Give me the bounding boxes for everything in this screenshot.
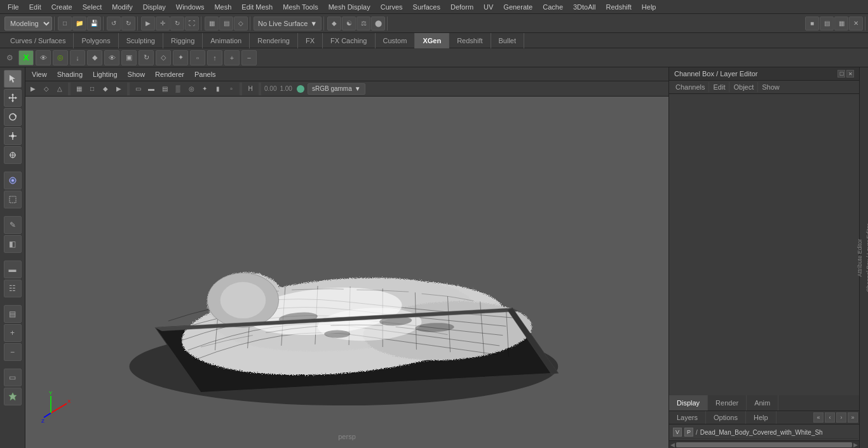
- select-tool-btn[interactable]: ▶: [141, 17, 155, 31]
- tab-sculpting[interactable]: Sculpting: [119, 33, 163, 48]
- new-scene-btn[interactable]: □: [58, 17, 72, 31]
- save-scene-btn[interactable]: 💾: [87, 17, 101, 31]
- menu-redshift[interactable]: Redshift: [600, 2, 636, 12]
- scroll-right-btn[interactable]: ▶: [853, 442, 858, 448]
- vp-wireframe-btn[interactable]: □: [86, 83, 98, 95]
- panel-close-btn[interactable]: ✕: [846, 70, 854, 78]
- vp-camera2-btn[interactable]: △: [53, 83, 66, 95]
- edit-menu[interactable]: Edit: [709, 82, 729, 92]
- tab-custom[interactable]: Custom: [376, 33, 416, 48]
- color-space-dropdown[interactable]: sRGB gamma ▼: [308, 83, 365, 95]
- vp-aa-btn[interactable]: ✦: [198, 83, 211, 95]
- menu-cache[interactable]: Cache: [538, 2, 568, 12]
- menu-file[interactable]: File: [3, 2, 24, 12]
- snap-grid-btn[interactable]: ▦: [205, 17, 219, 31]
- vp-shadow-btn[interactable]: ▒: [172, 83, 184, 95]
- vp-film-btn[interactable]: ◇: [40, 83, 53, 95]
- rotate-tool-left[interactable]: [4, 108, 22, 126]
- layout-close-btn[interactable]: ✕: [849, 17, 863, 31]
- paint-tool-left[interactable]: ✎: [4, 216, 22, 234]
- menu-select[interactable]: Select: [78, 2, 107, 12]
- menu-curves[interactable]: Curves: [376, 2, 408, 12]
- options-tab[interactable]: Options: [706, 411, 746, 424]
- menu-surfaces[interactable]: Surfaces: [408, 2, 445, 12]
- tab-fx-caching[interactable]: FX Caching: [323, 33, 375, 48]
- layer-name[interactable]: Dead_Man_Body_Covered_with_White_Sh: [700, 429, 823, 436]
- open-scene-btn[interactable]: 📁: [72, 17, 86, 31]
- vp-camera-btn[interactable]: ▶: [27, 83, 39, 95]
- viewport-menu-panels[interactable]: Panels: [191, 69, 220, 79]
- undo-btn[interactable]: ↺: [107, 17, 121, 31]
- object-menu[interactable]: Object: [729, 82, 758, 92]
- xgen-minus-btn[interactable]: −: [241, 50, 257, 65]
- scroll-track[interactable]: [676, 442, 852, 447]
- tab-curves-surfaces[interactable]: Curves / Surfaces: [3, 33, 74, 48]
- tab-xgen[interactable]: XGen: [415, 33, 449, 48]
- minus-div-left[interactable]: −: [4, 343, 22, 361]
- select-tool-left[interactable]: [4, 70, 22, 88]
- tab-fx[interactable]: FX: [298, 33, 323, 48]
- vp-hud-btn[interactable]: H: [244, 83, 257, 95]
- ipr-btn[interactable]: ⚖: [356, 17, 370, 31]
- tab-bullet[interactable]: Bullet: [491, 33, 525, 48]
- menu-mesh-tools[interactable]: Mesh Tools: [278, 2, 323, 12]
- tab-rendering[interactable]: Rendering: [250, 33, 298, 48]
- tab-redshift[interactable]: Redshift: [449, 33, 491, 48]
- right-tab-render[interactable]: Render: [708, 395, 747, 411]
- show-manip-left[interactable]: ☷: [4, 280, 22, 297]
- show-menu[interactable]: Show: [758, 82, 783, 92]
- soft-select-left[interactable]: [4, 172, 22, 189]
- layer-vis-v[interactable]: V: [673, 428, 682, 437]
- toggle-left[interactable]: ▭: [4, 369, 22, 386]
- viewport-menu-lighting[interactable]: Lighting: [89, 69, 121, 79]
- menu-edit-mesh[interactable]: Edit Mesh: [236, 2, 278, 12]
- scroll-left-btn[interactable]: ◀: [670, 442, 675, 448]
- panel-minimize-btn[interactable]: ☐: [837, 70, 845, 78]
- display-render-btn[interactable]: ⬤: [371, 17, 385, 31]
- vp-display-btn[interactable]: ▤: [158, 83, 171, 95]
- xgen-diamond-btn[interactable]: ◇: [156, 50, 171, 65]
- vp-ao-btn[interactable]: ◎: [185, 83, 198, 95]
- xgen-eye2-btn[interactable]: 👁: [104, 50, 119, 65]
- xgen-x-btn[interactable]: X: [18, 50, 34, 65]
- xgen-square-btn[interactable]: ▫: [190, 50, 205, 65]
- scale-tool-left[interactable]: [4, 127, 22, 145]
- vp-motion-btn[interactable]: ▮: [212, 83, 224, 95]
- vp-depth-btn[interactable]: ▫: [225, 83, 238, 95]
- right-tab-anim[interactable]: Anim: [747, 395, 778, 411]
- xgen-icon-left[interactable]: [4, 388, 22, 405]
- menu-deform[interactable]: Deform: [445, 2, 478, 12]
- tab-animation[interactable]: Animation: [203, 33, 250, 48]
- xgen-settings-btn[interactable]: ⚙: [3, 51, 17, 65]
- xgen-refresh-btn[interactable]: ↻: [139, 50, 154, 65]
- menu-generate[interactable]: Generate: [498, 2, 538, 12]
- xgen-select-btn[interactable]: ◆: [87, 50, 102, 65]
- vp-isolate-btn[interactable]: ▬: [145, 83, 158, 95]
- menu-mesh-display[interactable]: Mesh Display: [323, 2, 376, 12]
- xgen-plus-btn[interactable]: +: [224, 50, 240, 65]
- menu-3dto-all[interactable]: 3DtoAll: [568, 2, 600, 12]
- vp-color-space-btn[interactable]: [294, 83, 307, 95]
- layout-single-btn[interactable]: ■: [805, 17, 819, 31]
- help-tab[interactable]: Help: [746, 411, 776, 424]
- universal-manip-left[interactable]: [4, 146, 22, 164]
- xgen-eye-btn[interactable]: 👁: [36, 50, 51, 65]
- tab-polygons[interactable]: Polygons: [74, 33, 118, 48]
- menu-mesh[interactable]: Mesh: [209, 2, 236, 12]
- nav-right-right[interactable]: »: [848, 412, 858, 423]
- menu-modify[interactable]: Modify: [107, 2, 137, 12]
- snap-point-btn[interactable]: ◇: [234, 17, 248, 31]
- vp-smooth-btn[interactable]: ◆: [99, 83, 112, 95]
- marquee-select-left[interactable]: [4, 191, 22, 208]
- layout-quad-btn[interactable]: ▤: [820, 17, 834, 31]
- viewport-menu-renderer[interactable]: Renderer: [151, 69, 188, 79]
- viewport-menu-shading[interactable]: Shading: [53, 69, 86, 79]
- rotate-tool-btn[interactable]: ↻: [170, 17, 184, 31]
- layout-left[interactable]: ▤: [4, 305, 22, 323]
- channels-menu[interactable]: Channels: [672, 82, 709, 92]
- vp-texture-btn[interactable]: ▶: [112, 83, 125, 95]
- move-tool-btn[interactable]: ✛: [156, 17, 170, 31]
- nav-left[interactable]: ‹: [825, 412, 835, 423]
- render-settings-btn[interactable]: ☯: [342, 17, 356, 31]
- nav-left-left[interactable]: «: [813, 412, 824, 423]
